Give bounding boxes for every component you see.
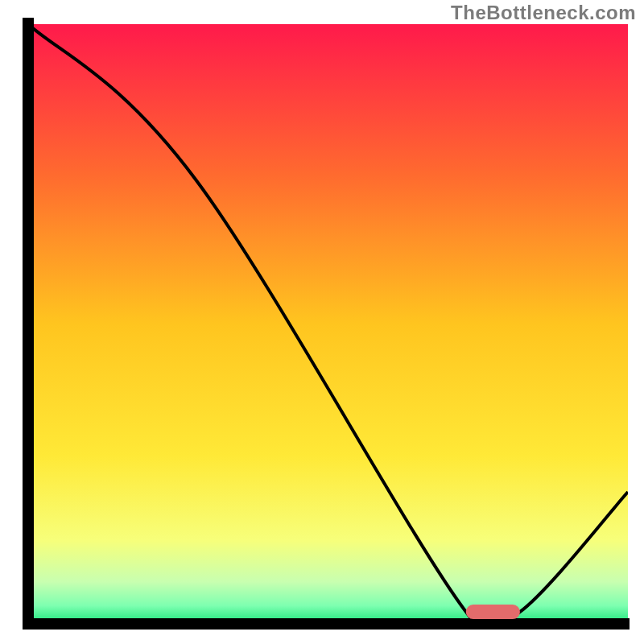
- bottleneck-chart: [0, 0, 644, 644]
- chart-frame: TheBottleneck.com: [0, 0, 644, 644]
- gradient-background: [28, 24, 628, 624]
- sweet-spot-marker: [466, 605, 520, 619]
